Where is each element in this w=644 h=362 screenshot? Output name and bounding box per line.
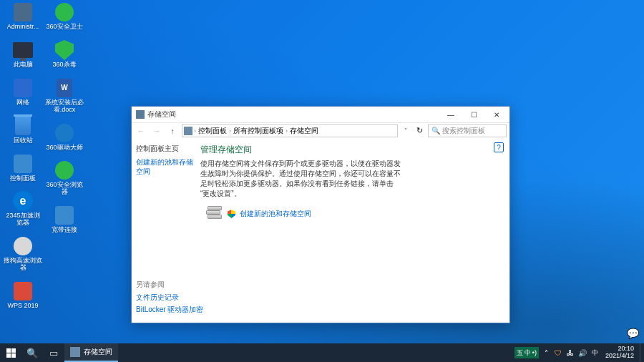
desktop-icon-kuandai[interactable]: 宽带连接	[44, 205, 84, 234]
content-pane: ? 管理存储空间 使用存储空间将文件保存到两个或更多驱动器，以便在驱动器发生故障…	[197, 138, 509, 323]
icon-label: 360安全卫士	[46, 24, 82, 31]
360sd-icon	[55, 40, 74, 60]
thispc-icon	[13, 42, 33, 58]
desktop-icon-wps[interactable]: WPS 2019	[3, 280, 43, 310]
help-button[interactable]: ?	[494, 142, 504, 152]
desktop-icon-doc[interactable]: W系统安装后必看.docx	[44, 77, 84, 114]
sidebar: 控制面板主页 创建新的池和存储空间 另请参阅 文件历史记录 BitLocker …	[132, 138, 197, 323]
tray-volume-icon[interactable]: 🔊	[578, 348, 587, 358]
breadcrumb[interactable]: › 控制面板 › 所有控制面板项 › 存储空间	[182, 124, 398, 137]
related-header: 另请参阅	[136, 280, 203, 290]
link-bitlocker[interactable]: BitLocker 驱动器加密	[136, 305, 203, 314]
desktop-icon-thispc[interactable]: 此电脑	[3, 39, 43, 69]
360drv-icon	[55, 124, 74, 142]
desktop-icon-360sd[interactable]: 360杀毒	[44, 39, 84, 69]
icon-label: 系统安装后必看.docx	[45, 99, 84, 114]
icon-label: 网络	[16, 99, 29, 107]
refresh-button[interactable]: ↻	[414, 126, 425, 135]
desktop-icon-recycle[interactable]: 回收站	[3, 115, 43, 145]
storage-icon	[70, 347, 80, 357]
minimize-button[interactable]: —	[439, 107, 462, 122]
maximize-button[interactable]: ☐	[462, 107, 485, 122]
2345-icon: e	[13, 191, 33, 211]
start-button[interactable]	[0, 343, 21, 362]
desktop-icon-sogou[interactable]: 搜狗高速浏览器	[3, 235, 43, 272]
crumb-all-items[interactable]: 所有控制面板项	[231, 126, 286, 136]
icon-label: 回收站	[14, 137, 33, 145]
link-file-history[interactable]: 文件历史记录	[136, 293, 203, 302]
storage-spaces-window: 存储空间 — ☐ ✕ ← → ↑ › 控制面板 › 所有控制面板项 › 存储空间…	[131, 106, 510, 323]
desktop-icon-2345[interactable]: e2345加速浏览器	[3, 190, 43, 227]
crumb-storage[interactable]: 存储空间	[288, 126, 321, 136]
search-placeholder: 搜索控制面板	[442, 126, 485, 136]
network-icon	[14, 79, 32, 97]
task-view-button[interactable]: ▭	[43, 343, 64, 362]
icon-label: Administr...	[7, 24, 39, 31]
icon-label: 360杀毒	[52, 62, 76, 69]
admin-icon	[14, 3, 32, 21]
recycle-icon	[15, 117, 31, 135]
icon-label: 搜狗高速浏览器	[4, 258, 42, 272]
crumb-control-panel[interactable]: 控制面板	[196, 126, 229, 136]
taskbar: 🔍 ▭ 存储空间 五 中 •) ˄ 🛡 🖧 🔊 中 20:10 2021/4/1…	[0, 343, 644, 362]
tray-shield-icon[interactable]: 🛡	[554, 348, 563, 358]
desktop-icon-ctrl[interactable]: 控制面板	[3, 153, 43, 182]
icon-label: 控制面板	[10, 175, 36, 182]
sidebar-create-pool[interactable]: 创建新的池和存储空间	[136, 157, 193, 176]
forward-button[interactable]: →	[150, 124, 163, 137]
tray-network-icon[interactable]: 🖧	[566, 348, 575, 358]
uac-shield-icon	[228, 210, 235, 218]
sidebar-home[interactable]: 控制面板主页	[136, 144, 193, 153]
360se-icon	[55, 161, 74, 180]
search-button[interactable]: 🔍	[21, 343, 43, 362]
sogou-icon	[14, 237, 32, 255]
search-icon: 🔍	[431, 127, 440, 134]
desktop-icon-360safe[interactable]: 360安全卫士	[44, 1, 84, 31]
desktop-icon-admin[interactable]: Administr...	[3, 1, 43, 31]
system-tray: 五 中 •) ˄ 🛡 🖧 🔊 中 20:10 2021/4/12	[514, 343, 644, 362]
close-button[interactable]: ✕	[485, 107, 508, 122]
window-title: 存储空间	[147, 109, 176, 119]
address-bar: ← → ↑ › 控制面板 › 所有控制面板项 › 存储空间 ˅ ↻ 🔍 搜索控制…	[132, 122, 509, 138]
windows-logo-icon	[6, 348, 16, 358]
create-pool-link[interactable]: 创建新的池和存储空间	[240, 209, 311, 219]
search-input[interactable]: 🔍 搜索控制面板	[428, 124, 507, 137]
show-desktop-button[interactable]	[640, 343, 643, 362]
clock[interactable]: 20:10 2021/4/12	[602, 346, 637, 360]
icon-label: 360驱动大师	[46, 145, 82, 152]
crumb-dropdown[interactable]: ˅	[401, 127, 411, 134]
storage-icon	[184, 127, 192, 135]
desktop-icon-360drv[interactable]: 360驱动大师	[44, 122, 84, 152]
kuandai-icon	[55, 206, 74, 225]
desktop-icon-360se[interactable]: 360安全浏览器	[44, 160, 84, 196]
tray-ime-lang[interactable]: 中	[590, 348, 600, 358]
content-description: 使用存储空间将文件保存到两个或更多驱动器，以便在驱动器发生故障时为你提供保护。通…	[200, 159, 401, 199]
doc-icon: W	[57, 79, 72, 97]
icon-label: WPS 2019	[7, 303, 38, 310]
related-links: 另请参阅 文件历史记录 BitLocker 驱动器加密	[136, 280, 203, 317]
up-button[interactable]: ↑	[166, 124, 179, 137]
back-button[interactable]: ←	[135, 124, 147, 137]
desktop-icon-network[interactable]: 网络	[3, 77, 43, 107]
content-heading: 管理存储空间	[200, 144, 501, 156]
create-pool-action[interactable]: 创建新的池和存储空间	[206, 206, 501, 222]
icon-label: 宽带连接	[52, 227, 77, 234]
ctrl-icon	[14, 155, 32, 173]
drives-icon	[206, 206, 223, 222]
ime-indicator[interactable]: 五 中 •)	[514, 347, 539, 358]
action-center-icon[interactable]: 💬	[625, 326, 640, 341]
titlebar: 存储空间 — ☐ ✕	[132, 107, 509, 122]
360safe-icon	[55, 3, 74, 21]
storage-icon	[136, 110, 145, 119]
tray-chevron-icon[interactable]: ˄	[542, 348, 551, 358]
icon-label: 360安全浏览器	[45, 182, 84, 196]
icon-label: 此电脑	[14, 62, 33, 69]
taskbar-app-storage[interactable]: 存储空间	[64, 343, 118, 362]
wps-icon	[14, 282, 32, 300]
icon-label: 2345加速浏览器	[4, 212, 42, 227]
